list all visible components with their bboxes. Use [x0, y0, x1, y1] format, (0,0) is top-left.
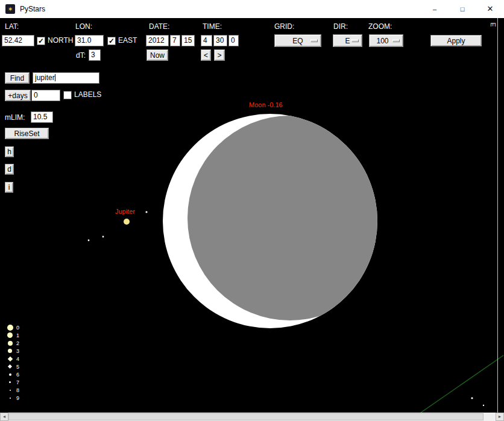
grid-label: GRID: [274, 22, 294, 31]
labels-checkbox-label: LABELS [74, 90, 101, 99]
legend-row: 4 [5, 355, 19, 363]
plus-days-button[interactable]: +days [5, 90, 31, 101]
east-checkbox-label: EAST [118, 36, 137, 45]
north-checkbox[interactable]: ✓ [37, 37, 45, 45]
minimize-button[interactable]: – [421, 0, 449, 18]
star-dot [102, 236, 104, 238]
riseset-button[interactable]: RiseSet [5, 128, 49, 139]
step-back-button[interactable]: < [201, 49, 211, 61]
longitude-input[interactable]: 31.0 [75, 35, 104, 46]
find-input[interactable]: jupiter [33, 72, 99, 84]
scrollbar-thumb[interactable] [8, 413, 484, 420]
window-title: PyStars [20, 5, 45, 13]
pystars-window: ✶ PyStars – □ ✕ [0, 0, 504, 421]
date-year-input[interactable]: 2012 [146, 35, 169, 46]
magnitude-dot [9, 381, 11, 383]
apply-button[interactable]: Apply [430, 35, 482, 46]
dropdown-indicator-icon [310, 39, 318, 42]
dir-dropdown-value: E [345, 37, 350, 45]
zoom-dropdown[interactable]: 100 [369, 34, 403, 47]
star-dot [88, 240, 90, 242]
magnitude-dot [10, 390, 11, 391]
magnitude-dot [9, 373, 11, 376]
maximize-button[interactable]: □ [449, 0, 476, 18]
canvas-right-border [497, 18, 498, 413]
step-forward-button[interactable]: > [214, 49, 225, 61]
scroll-right-arrow-icon[interactable]: ► [496, 413, 504, 421]
magnitude-legend: 0 1 2 3 4 5 6 7 8 9 [5, 323, 19, 402]
legend-row: 5 [5, 363, 19, 370]
magnitude-label: 0 [16, 325, 19, 331]
dropdown-indicator-icon [351, 39, 359, 42]
date-label: DATE: [149, 22, 169, 31]
magnitude-label: 9 [16, 395, 19, 401]
magnitude-label: 3 [16, 348, 19, 354]
magnitude-label: 8 [16, 387, 19, 393]
now-button[interactable]: Now [146, 49, 168, 61]
scroll-left-arrow-icon[interactable]: ◄ [0, 413, 8, 421]
sky-canvas: Moon -0.16 Jupiter LAT: LON: DATE: TIME:… [0, 18, 504, 413]
latitude-input[interactable]: 52.42 [2, 35, 34, 46]
title-bar[interactable]: ✶ PyStars – □ ✕ [0, 0, 504, 18]
mlim-label: mLIM: [5, 113, 25, 122]
magnitude-dot [7, 325, 13, 331]
legend-row: 6 [5, 370, 19, 378]
h-button[interactable]: h [5, 146, 14, 157]
app-icon: ✶ [5, 4, 15, 14]
moon-label: Moon -0.16 [249, 101, 283, 108]
legend-row: 8 [5, 386, 19, 394]
magnitude-dot [10, 398, 11, 399]
dir-label: DIR: [333, 22, 348, 31]
star-dot [483, 405, 484, 406]
magnitude-dot [8, 341, 13, 346]
legend-row: 3 [5, 347, 19, 355]
time-hour-input[interactable]: 4 [201, 35, 212, 46]
legend-row: 1 [5, 331, 19, 339]
jupiter-label: Jupiter [115, 208, 135, 215]
magnitude-dot [8, 364, 12, 369]
east-direction-marker: E [490, 22, 497, 27]
moon-dark-side [187, 116, 392, 320]
magnitude-label: 7 [16, 379, 19, 385]
text-cursor [55, 74, 55, 81]
date-month-input[interactable]: 7 [170, 35, 180, 46]
date-day-input[interactable]: 15 [181, 35, 195, 46]
time-minute-input[interactable]: 30 [213, 35, 227, 46]
magnitude-label: 6 [16, 372, 19, 378]
magnitude-label: 2 [16, 340, 19, 346]
dir-dropdown[interactable]: E [333, 34, 362, 47]
d-button[interactable]: d [5, 164, 14, 175]
grid-dropdown-value: EQ [292, 37, 303, 45]
time-label: TIME: [203, 22, 222, 31]
magnitude-dot [7, 332, 13, 338]
dropdown-indicator-icon [392, 39, 400, 42]
horizontal-scrollbar[interactable]: ◄ ► [0, 413, 504, 421]
legend-row: 7 [5, 378, 19, 386]
lat-label: LAT: [5, 22, 19, 31]
labels-checkbox[interactable] [63, 91, 72, 99]
i-button[interactable]: i [5, 182, 13, 193]
legend-row: 0 [5, 323, 19, 331]
find-input-text: jupiter [35, 73, 55, 82]
legend-row: 2 [5, 339, 19, 347]
close-button[interactable]: ✕ [476, 0, 504, 18]
magnitude-label: 5 [16, 364, 19, 370]
dt-input[interactable]: 3 [89, 49, 101, 61]
mlim-input[interactable]: 10.5 [31, 111, 53, 123]
lon-label: LON: [75, 22, 92, 31]
plus-days-input[interactable]: 0 [31, 90, 60, 101]
horizon-line [421, 355, 503, 413]
magnitude-dot [7, 356, 12, 361]
north-checkbox-label: NORTH [48, 36, 73, 45]
checkmark-icon: ✓ [38, 37, 44, 45]
zoom-label: ZOOM: [368, 22, 392, 31]
dt-label: dT: [76, 51, 86, 60]
magnitude-label: 1 [16, 332, 19, 338]
grid-dropdown[interactable]: EQ [274, 34, 321, 47]
find-button[interactable]: Find [5, 72, 30, 84]
star-dot [145, 211, 147, 213]
east-checkbox[interactable]: ✓ [107, 37, 116, 45]
magnitude-dot [8, 349, 12, 353]
time-second-input[interactable]: 0 [228, 35, 239, 46]
window-controls: – □ ✕ [421, 0, 504, 18]
